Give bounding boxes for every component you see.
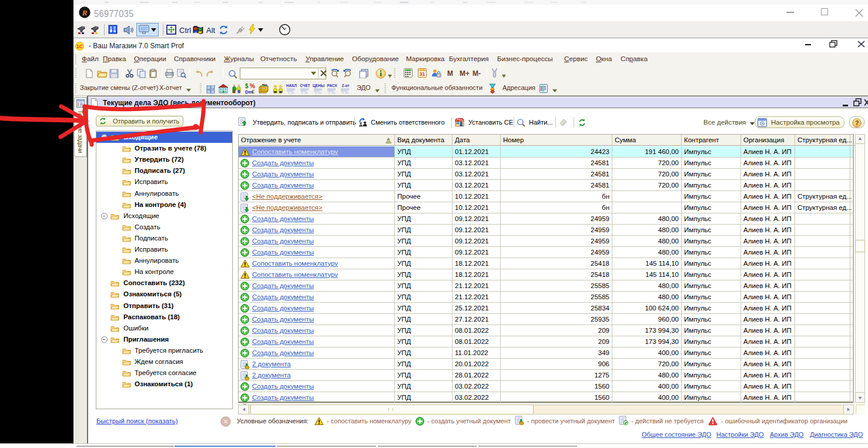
svg-text:€: € xyxy=(252,88,255,93)
svg-text:R: R xyxy=(82,8,88,17)
svg-text:?: ? xyxy=(855,119,859,126)
svg-text:31: 31 xyxy=(420,71,425,77)
svg-text:$: $ xyxy=(245,83,249,89)
svg-text:1С: 1С xyxy=(76,44,83,49)
